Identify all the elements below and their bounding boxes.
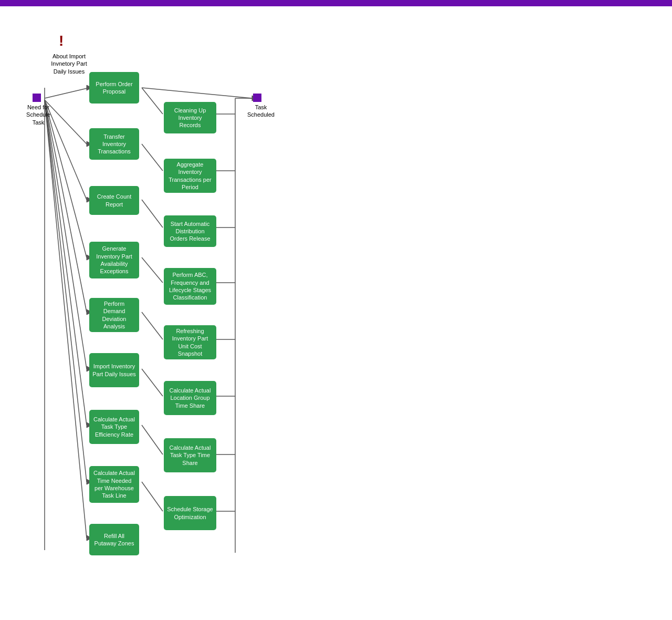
transfer-inventory-node[interactable]: Transfer Inventory Transactions <box>89 128 139 160</box>
need-for-schedule-node[interactable] <box>33 94 41 102</box>
svg-line-15 <box>142 312 163 339</box>
svg-line-8 <box>45 100 87 538</box>
aggregate-inventory-node[interactable]: Aggregate Inventory Transactions per Per… <box>164 159 216 193</box>
perform-order-proposal-node[interactable]: Perform Order Proposal <box>89 72 139 104</box>
refreshing-inventory-node[interactable]: Refreshing Inventory Part Unit Cost Snap… <box>164 325 216 359</box>
exclamation-icon: ! <box>59 33 64 49</box>
calculate-task-efficiency-node[interactable]: Calculate Actual Task Type Efficiency Ra… <box>89 410 139 444</box>
svg-line-14 <box>142 257 163 283</box>
calculate-location-node[interactable]: Calculate Actual Location Group Time Sha… <box>164 381 216 415</box>
svg-line-4 <box>45 100 87 312</box>
import-inventory-node[interactable]: Import Inventory Part Daily Issues <box>89 353 139 387</box>
schedule-storage-node[interactable]: Schedule Storage Optimization <box>164 496 216 530</box>
start-automatic-node[interactable]: Start Automatic Distribution Orders Rele… <box>164 215 216 247</box>
perform-abc-node[interactable]: Perform ABC, Frequency and Lifecycle Sta… <box>164 268 216 305</box>
svg-line-18 <box>142 482 163 511</box>
svg-line-13 <box>142 200 163 228</box>
perform-demand-node[interactable]: Perform Demand Deviation Analysis <box>89 298 139 332</box>
svg-line-17 <box>142 425 163 454</box>
svg-line-5 <box>45 100 87 369</box>
calculate-task-time-node[interactable]: Calculate Actual Task Type Time Share <box>164 438 216 472</box>
title-bar <box>0 0 672 6</box>
task-scheduled-node[interactable] <box>253 94 261 102</box>
generate-inventory-node[interactable]: Generate Inventory Part Availability Exc… <box>89 242 139 278</box>
calculate-time-needed-node[interactable]: Calculate Actual Time Needed per Warehou… <box>89 466 139 503</box>
create-count-report-node[interactable]: Create Count Report <box>89 186 139 215</box>
svg-line-16 <box>142 369 163 396</box>
task-scheduled-label: Task Scheduled <box>243 104 279 119</box>
refill-all-node[interactable]: Refill All Putaway Zones <box>89 524 139 555</box>
svg-line-10 <box>142 88 163 114</box>
about-label: About Import Invnetory Part Daily Issues <box>49 53 89 75</box>
svg-line-7 <box>45 100 87 482</box>
cleaning-up-node[interactable]: Cleaning Up Inventory Records <box>164 102 216 133</box>
svg-line-12 <box>142 144 163 171</box>
svg-line-11 <box>142 88 252 98</box>
svg-line-0 <box>45 88 89 98</box>
svg-line-6 <box>45 100 87 425</box>
diagram-area: ! About Import Invnetory Part Daily Issu… <box>0 6 672 611</box>
need-for-schedule-label: Need for Schedule Task <box>20 104 57 126</box>
